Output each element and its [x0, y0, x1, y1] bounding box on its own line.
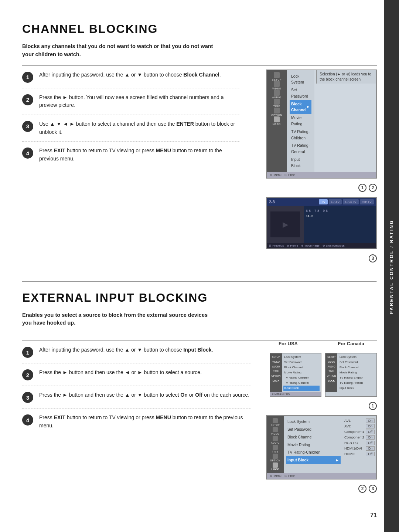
eib-usa-option: OPTION [270, 374, 282, 378]
eib-canada-lock-system: Lock System [339, 355, 375, 360]
step-number-3: 3 [22, 121, 33, 132]
page-number: 71 [370, 512, 377, 519]
step-cb-2: 2 Press the ► button. You will now see a… [22, 88, 240, 115]
tab-airtv: AIRTV [360, 199, 374, 204]
step-cb-2-text: Press the ► button. You will now see a s… [39, 94, 240, 109]
eib-input-sidebar: SETUP VIDEO [267, 416, 284, 473]
eib-menu-tv-rating-children: TV Rating-Children [286, 448, 341, 456]
eib-usa-setup: SETUP [270, 355, 282, 359]
for-canada-label: For Canada [325, 341, 377, 346]
ext-input-blocking-subtitle: Enables you to select a source to block … [22, 311, 214, 328]
eib-input-audio: AUDIO [266, 436, 284, 444]
eib-usa-tv-rating-general: TV Rating-General [283, 380, 320, 386]
step-eib-2-text: Press the ► button and then use the ◄ or… [39, 369, 202, 377]
eib-usa-time: TIME [270, 369, 282, 373]
cb-screen1-note-col: Selection (► or ⊛) leads you to the bloc… [314, 70, 376, 172]
eib-usa-bottom: ⊕ Menu ⊟ Prev [270, 392, 321, 396]
step-cb-1: 1 After inputting the password, use the … [22, 66, 240, 88]
eib-canada-movie-rating: Movie Rating [339, 370, 375, 375]
eib-input-lock: LOCK [266, 462, 284, 471]
step-eib-4-text: Press EXIT button to return to TV viewin… [39, 414, 251, 430]
menu-block-channel: Block Channel ► [290, 100, 311, 114]
input-val-hdmi2: HDMI2Off [344, 451, 375, 457]
eib-input-time: TIME [266, 445, 284, 453]
circle-3-eib: 3 [369, 485, 377, 493]
step-cb-3-text: Use ▲ ▼ ◄ ► button to select a channel a… [39, 120, 240, 136]
eib-canada-time: TIME [326, 369, 337, 373]
step-number-1: 1 [22, 72, 33, 83]
for-usa-label: For USA [262, 341, 314, 346]
step-cb-1-text: After inputting the password, use the ▲ … [39, 71, 221, 79]
eib-usa-screen: SETUP VIDEO AUDIO TIME OPTION LOCK Lock … [270, 353, 321, 397]
cb-screen2-top: 2-8 TV CATV CADTV AIRTV [267, 198, 376, 206]
circle-2: 2 [369, 184, 377, 192]
menu-input-block: Input Block [290, 156, 311, 170]
eib-canada-tv-rating-english: TV Rating-English [339, 375, 375, 380]
eib-canada-option: OPTION [326, 374, 337, 378]
sidebar-time: TIME [268, 99, 286, 107]
cb-screen1-note: Selection (► or ⊛) leads you to the bloc… [316, 70, 376, 84]
eib-top-screens: SETUP VIDEO AUDIO TIME OPTION LOCK Lock … [270, 353, 377, 397]
input-val-hdmi1: HDMI1/DVIOn [344, 445, 375, 451]
step-eib-number-3: 3 [22, 392, 33, 403]
sidebar-lock: LOCK [268, 117, 286, 125]
cb-screen1-bottom: ⊕ Menu⊟ Prev [267, 172, 376, 178]
rating-sidebar-text: PARENTAL CONTROL / RATING [389, 220, 394, 314]
circle-1: 1 [358, 184, 366, 192]
tab-catv: CATV [329, 199, 342, 204]
tab-tv: TV [319, 199, 328, 204]
menu-set-password: Set Password [290, 86, 311, 100]
eib-input-option: OPTION [266, 454, 284, 462]
circle-1-eib: 1 [369, 402, 377, 410]
step-cb-4-text: Press EXIT button to return to TV viewin… [39, 147, 240, 163]
eib-canada-video: VIDEO [326, 360, 337, 364]
step-eib-1-text: After inputting the password, use the ▲ … [39, 346, 213, 354]
eib-usa-sidebar: SETUP VIDEO AUDIO TIME OPTION LOCK [270, 353, 282, 392]
menu-movie-rating: Movie Rating [290, 114, 311, 128]
eib-usa-input-block: Input Block [283, 386, 320, 391]
eib-usa-lock-system: Lock System [283, 355, 320, 360]
step-cb-3: 3 Use ▲ ▼ ◄ ► button to select a channel… [22, 115, 240, 142]
cb-screen2: 2-8 TV CATV CADTV AIRTV ▶ [266, 197, 377, 249]
for-labels: For USA For Canada [262, 341, 377, 346]
eib-menu-set-password: Set Password [286, 426, 341, 433]
eib-canada-audio: AUDIO [326, 365, 337, 369]
sidebar-audio: AUDIO [268, 90, 286, 98]
step-eib-2: 2 Press the ► button and then use the ◄ … [22, 363, 251, 386]
channel-blocking-subtitle: Blocks any channels that you do not want… [22, 43, 214, 59]
eib-menu-movie-rating: Movie Rating [286, 441, 341, 449]
ext-input-blocking-steps: 1 After inputting the password, use the … [22, 341, 251, 493]
ext-input-blocking-title: EXTERNAL INPUT BLOCKING [22, 291, 377, 305]
cb-screen1-menu: Lock System Set Password Block Channel ► [287, 70, 314, 172]
input-val-av1: AV1On [344, 418, 375, 423]
step-eib-number-4: 4 [22, 414, 33, 426]
eib-menu-block-channel: Block Channel [286, 433, 341, 441]
ext-input-blocking-screens: For USA For Canada SETUP VIDEO AUDIO TIM… [262, 341, 377, 493]
eib-usa-menu: Lock System Set Password Block Channel M… [282, 353, 321, 392]
eib-usa-movie-rating: Movie Rating [283, 370, 320, 375]
eib-canada-set-password: Set Password [339, 360, 375, 365]
eib-canada-input-block: Input Block [339, 386, 375, 391]
input-val-rgb-pc: RGB-PCOff [344, 440, 375, 445]
step-eib-number-2: 2 [22, 369, 33, 380]
step-eib-number-1: 1 [22, 347, 33, 358]
channel-blocking-title: CHANNEL BLOCKING [22, 22, 377, 36]
step-cb-4: 4 Press EXIT button to return to TV view… [22, 142, 240, 168]
eib-usa-lock: LOCK [270, 379, 282, 383]
circle-3-cb: 3 [369, 254, 377, 262]
tab-cadtv: CADTV [343, 199, 359, 204]
sidebar-setup: SETUP [268, 72, 286, 81]
eib-usa-block-channel: Block Channel [283, 365, 320, 370]
menu-tv-rating-general: TV Rating-General [290, 142, 311, 156]
input-val-av2: AV2On [344, 423, 375, 429]
step-eib-4: 4 Press EXIT button to return to TV view… [22, 409, 251, 435]
eib-canada-lock: LOCK [326, 379, 337, 383]
channel-blocking-steps: 1 After inputting the password, use the … [22, 66, 240, 262]
eib-canada-block-channel: Block Channel [339, 365, 375, 370]
eib-canada-setup: SETUP [326, 355, 337, 359]
sidebar-option: OPTION [268, 108, 286, 116]
cb-screen2-body: ▶ 6-87-89-6 11-9 [267, 206, 376, 243]
eib-input-video: VIDEO [266, 427, 284, 435]
input-val-component1: Component1Off [344, 429, 375, 434]
cb-screen1: SETUP VIDEO [266, 70, 377, 179]
